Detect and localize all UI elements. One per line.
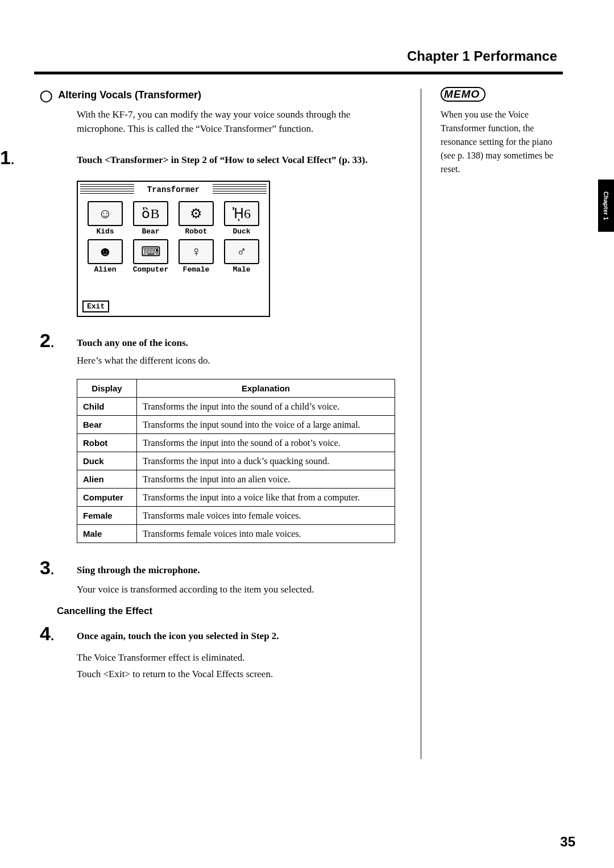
section-heading-text: Altering Vocals (Transformer) bbox=[58, 89, 201, 101]
table-cell-display: Bear bbox=[77, 416, 137, 434]
memo-badge-icon: MEMO bbox=[441, 87, 486, 102]
table-cell-explanation: Transforms the input into the sound of a… bbox=[137, 398, 395, 416]
open-circle-icon: ◯ bbox=[40, 89, 52, 102]
transformer-kids-button[interactable]: ☺ Kids bbox=[84, 201, 127, 236]
bear-label: Bear bbox=[129, 227, 172, 236]
female-icon: ♀ bbox=[180, 240, 213, 263]
table-cell-explanation: Transforms the input into an alien voice… bbox=[137, 470, 395, 489]
table-row: FemaleTransforms male voices into female… bbox=[77, 507, 395, 525]
step-3-after: Your voice is transformed according to t… bbox=[77, 584, 314, 595]
vertical-rule bbox=[421, 89, 421, 759]
table-cell-display: Duck bbox=[77, 452, 137, 470]
bear-icon: ὃB bbox=[134, 202, 167, 225]
step-4-number: 4. bbox=[40, 623, 54, 645]
table-row: DuckTransforms the input into a duck’s q… bbox=[77, 452, 395, 470]
step-4-text: Once again, touch the icon you selected … bbox=[77, 631, 279, 642]
step-2-after: Here’s what the different icons do. bbox=[77, 355, 210, 366]
exit-button[interactable]: Exit bbox=[82, 301, 109, 312]
male-label: Male bbox=[220, 265, 263, 274]
table-row: RobotTransforms the input into the sound… bbox=[77, 434, 395, 452]
transformer-robot-button[interactable]: ⚙ Robot bbox=[175, 201, 218, 236]
page-title: Chapter 1 Performance bbox=[407, 48, 557, 64]
table-cell-display: Computer bbox=[77, 489, 137, 507]
transformer-computer-button[interactable]: ⌨ Computer bbox=[129, 239, 172, 274]
table-cell-explanation: Transforms the input sound into the voic… bbox=[137, 416, 395, 434]
kids-icon: ☺ bbox=[89, 202, 122, 225]
transformer-male-button[interactable]: ♂ Male bbox=[220, 239, 263, 274]
kids-label: Kids bbox=[84, 227, 127, 236]
computer-icon: ⌨ bbox=[134, 240, 167, 263]
transformer-alien-button[interactable]: ☻ Alien bbox=[84, 239, 127, 274]
male-icon: ♂ bbox=[225, 240, 258, 263]
table-row: MaleTransforms female voices into male v… bbox=[77, 525, 395, 543]
side-tab-chapter-1: Chapter 1 bbox=[598, 180, 614, 232]
table-cell-explanation: Transforms the input into a duck’s quack… bbox=[137, 452, 395, 470]
step-1-text: Touch <Transformer> in Step 2 of “How to… bbox=[77, 155, 395, 166]
table-cell-display: Robot bbox=[77, 434, 137, 452]
female-label: Female bbox=[175, 265, 218, 274]
table-cell-explanation: Transforms the input into a voice like t… bbox=[137, 489, 395, 507]
robot-label: Robot bbox=[175, 227, 218, 236]
table-cell-explanation: Transforms male voices into female voice… bbox=[137, 507, 395, 525]
transformer-duck-button[interactable]: ᾘ6 Duck bbox=[220, 201, 263, 236]
icons-table: Display Explanation ChildTransforms the … bbox=[77, 379, 395, 543]
cancelling-title: Cancelling the Effect bbox=[57, 606, 152, 617]
step-3-number: 3. bbox=[40, 557, 54, 579]
robot-icon: ⚙ bbox=[180, 202, 213, 225]
alien-label: Alien bbox=[84, 265, 127, 274]
table-header-explanation: Explanation bbox=[137, 379, 395, 398]
computer-label: Computer bbox=[129, 265, 172, 274]
step-1-number: 1. bbox=[0, 147, 14, 169]
table-header-display: Display bbox=[77, 379, 137, 398]
step-3-text: Sing through the microphone. bbox=[77, 565, 200, 576]
step-2-number: 2. bbox=[40, 329, 54, 352]
alien-icon: ☻ bbox=[89, 240, 122, 263]
table-cell-display: Male bbox=[77, 525, 137, 543]
duck-label: Duck bbox=[220, 227, 263, 236]
table-cell-explanation: Transforms female voices into male voice… bbox=[137, 525, 395, 543]
table-row: ChildTransforms the input into the sound… bbox=[77, 398, 395, 416]
table-cell-explanation: Transforms the input into the sound of a… bbox=[137, 434, 395, 452]
step-4-after: The Voice Transformer effect is eliminat… bbox=[77, 650, 273, 683]
table-row: AlienTransforms the input into an alien … bbox=[77, 470, 395, 489]
transformer-female-button[interactable]: ♀ Female bbox=[175, 239, 218, 274]
table-row: BearTransforms the input sound into the … bbox=[77, 416, 395, 434]
table-cell-display: Child bbox=[77, 398, 137, 416]
transformer-bear-button[interactable]: ὃB Bear bbox=[129, 201, 172, 236]
table-cell-display: Alien bbox=[77, 470, 137, 489]
header-rule bbox=[34, 72, 563, 74]
screen-title: Transformer bbox=[78, 185, 269, 194]
intro-paragraph: With the KF-7, you can modify the way yo… bbox=[77, 108, 395, 136]
table-cell-display: Female bbox=[77, 507, 137, 525]
step-2-text: Touch any one of the icons. bbox=[77, 337, 188, 349]
section-heading: ◯ Altering Vocals (Transformer) bbox=[40, 89, 201, 102]
page-number: 35 bbox=[560, 834, 575, 850]
memo-text: When you use the Voice Transformer funct… bbox=[441, 108, 566, 176]
transformer-screen: Transformer ☺ Kids ὃB Bear ⚙ Robot ᾘ6 Du… bbox=[77, 181, 270, 317]
table-row: ComputerTransforms the input into a voic… bbox=[77, 489, 395, 507]
duck-icon: ᾘ6 bbox=[225, 202, 258, 225]
